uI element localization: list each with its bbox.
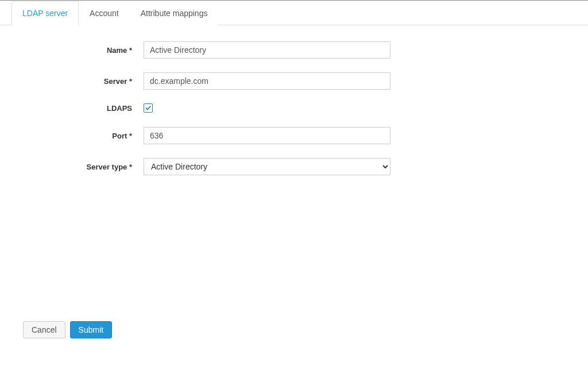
tab-ldap-server[interactable]: LDAP server [11, 1, 79, 25]
control-name [144, 41, 390, 59]
cancel-button[interactable]: Cancel [23, 321, 65, 338]
row-server-type: Server type * Active Directory [11, 158, 577, 175]
server-input[interactable] [144, 72, 390, 90]
check-icon [145, 105, 152, 111]
label-name: Name * [11, 46, 144, 55]
label-port: Port * [11, 132, 144, 140]
top-rule [0, 0, 588, 1]
form-area: Name * Server * LDAPS Port * Server type… [0, 25, 588, 201]
label-ldaps: LDAPS [11, 104, 144, 113]
row-name: Name * [11, 41, 577, 59]
label-server-type: Server type * [11, 163, 144, 171]
control-server-type: Active Directory [144, 158, 390, 175]
control-server [144, 72, 390, 90]
control-port [144, 127, 390, 144]
tab-account[interactable]: Account [79, 1, 130, 25]
server-type-select[interactable]: Active Directory [144, 158, 390, 175]
ldaps-checkbox[interactable] [144, 103, 153, 113]
row-server: Server * [11, 72, 577, 90]
label-server: Server * [11, 77, 144, 86]
row-port: Port * [11, 127, 577, 144]
button-bar: Cancel Submit [23, 321, 112, 338]
submit-button[interactable]: Submit [70, 321, 113, 338]
name-input[interactable] [144, 41, 390, 59]
tab-attribute-mappings[interactable]: Attribute mappings [130, 1, 219, 25]
control-ldaps [144, 103, 390, 113]
port-input[interactable] [144, 127, 390, 144]
row-ldaps: LDAPS [11, 103, 577, 113]
tabs-bar: LDAP server Account Attribute mappings [0, 1, 588, 25]
